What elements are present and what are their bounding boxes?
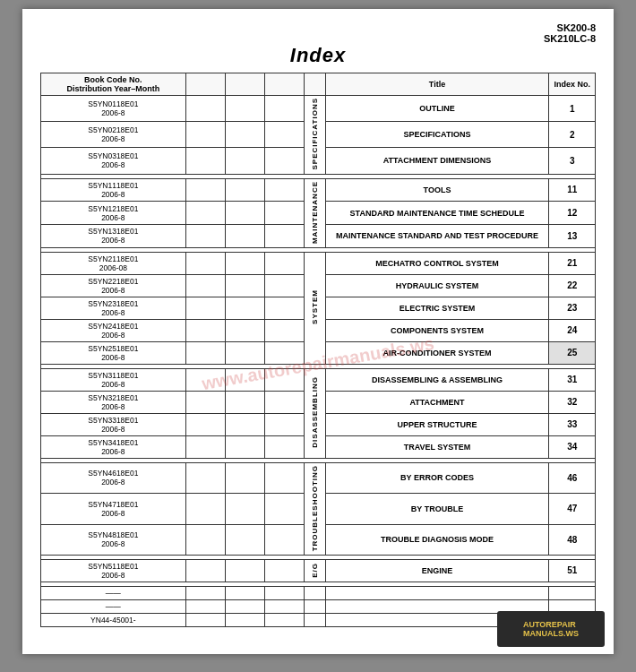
book-code-cell: S5YN2418E01 2006-8 bbox=[41, 319, 186, 341]
col-header-bookcode: Book Code No.Distribution Year–Month bbox=[41, 73, 186, 96]
title-cell: AIR-CONDITIONER SYSTEM bbox=[325, 341, 549, 364]
empty-col bbox=[225, 435, 264, 458]
book-code-cell: S5YN4718E01 2006-8 bbox=[41, 494, 186, 524]
empty-col bbox=[185, 524, 225, 555]
book-code-cell: S5YN3318E01 2006-8 bbox=[41, 413, 186, 435]
empty-col bbox=[225, 524, 264, 555]
section-label-cell: SPECIFICATIONS bbox=[305, 96, 326, 175]
title-cell: ELECTRIC SYSTEM bbox=[325, 297, 549, 319]
section-label-cell: SYSTEM bbox=[305, 252, 326, 364]
empty-col bbox=[185, 274, 225, 297]
index-cell: 13 bbox=[549, 224, 596, 247]
book-code-cell: S5YN0218E01 2006-8 bbox=[41, 122, 186, 148]
col-header-section bbox=[305, 73, 326, 96]
empty-col bbox=[185, 559, 225, 582]
book-code-cell: S5YN2518E01 2006-8 bbox=[41, 341, 186, 364]
index-cell: 24 bbox=[549, 319, 596, 341]
title-cell: ATTACHMENT DIMENSIONS bbox=[325, 148, 549, 174]
footer-book-code: —— bbox=[41, 586, 186, 599]
section-label-cell: E/G bbox=[305, 559, 326, 582]
book-code-cell: S5YN4618E01 2006-8 bbox=[41, 462, 186, 493]
book-code-cell: S5YN0118E01 2006-8 bbox=[41, 96, 186, 122]
empty-col bbox=[225, 319, 264, 341]
footer-book-code: —— bbox=[41, 599, 186, 613]
index-cell: 22 bbox=[549, 274, 596, 297]
empty-col bbox=[185, 178, 225, 202]
index-cell: 25 bbox=[549, 341, 596, 364]
table-row: S5YN5118E01 2006-8E/GENGINE51 bbox=[41, 559, 596, 582]
book-code-cell: S5YN1318E01 2006-8 bbox=[41, 224, 186, 247]
book-code-cell: S5YN2118E01 2006-08 bbox=[41, 252, 186, 274]
empty-col bbox=[225, 599, 264, 613]
index-cell: 47 bbox=[549, 494, 596, 524]
empty-col bbox=[225, 224, 264, 247]
empty-col bbox=[264, 391, 304, 413]
index-cell: 32 bbox=[549, 391, 596, 413]
empty-col bbox=[185, 462, 225, 493]
empty-col bbox=[225, 274, 264, 297]
title-cell: SPECIFICATIONS bbox=[325, 122, 549, 148]
index-cell: 46 bbox=[549, 462, 596, 493]
book-code-cell: S5YN2318E01 2006-8 bbox=[41, 297, 186, 319]
empty-section bbox=[305, 599, 326, 613]
book-code-cell: S5YN5118E01 2006-8 bbox=[41, 559, 186, 582]
empty-col bbox=[225, 559, 264, 582]
empty-col bbox=[185, 586, 225, 599]
index-cell: 12 bbox=[549, 202, 596, 225]
empty-col bbox=[264, 462, 304, 493]
title-cell: COMPONENTS SYSTEM bbox=[325, 319, 549, 341]
table-row: S5YN1118E01 2006-8MAINTENANCETOOLS11 bbox=[41, 178, 596, 202]
empty-col bbox=[225, 252, 264, 274]
title-cell: TRAVEL SYSTEM bbox=[325, 435, 549, 458]
empty-section bbox=[305, 613, 326, 626]
table-row: S5YN2118E01 2006-08SYSTEMMECHATRO CONTRO… bbox=[41, 252, 596, 274]
index-cell: 3 bbox=[549, 148, 596, 174]
footer-book-code: YN44-45001- bbox=[41, 613, 186, 626]
book-code-cell: S5YN0318E01 2006-8 bbox=[41, 148, 186, 174]
col-header-title: Title bbox=[325, 73, 549, 96]
empty-col bbox=[264, 202, 304, 225]
empty-col bbox=[264, 224, 304, 247]
empty-col bbox=[185, 368, 225, 391]
title-cell: OUTLINE bbox=[325, 96, 549, 122]
book-code-cell: S5YN3118E01 2006-8 bbox=[41, 368, 186, 391]
empty-col bbox=[185, 319, 225, 341]
empty-col bbox=[185, 391, 225, 413]
empty-col bbox=[264, 599, 304, 613]
empty-col bbox=[264, 252, 304, 274]
empty-col bbox=[264, 341, 304, 364]
empty-col bbox=[225, 96, 264, 122]
empty-col bbox=[264, 368, 304, 391]
table-header-row: Book Code No.Distribution Year–Month Tit… bbox=[41, 73, 596, 96]
empty-col bbox=[225, 178, 264, 202]
section-label-cell: TROUBLESHOOTING bbox=[305, 462, 326, 555]
title-cell: BY ERROR CODES bbox=[325, 462, 549, 493]
table-row: S5YN0118E01 2006-8SPECIFICATIONSOUTLINE1 bbox=[41, 96, 596, 122]
index-cell: 23 bbox=[549, 297, 596, 319]
empty-col bbox=[185, 494, 225, 524]
empty-col bbox=[225, 297, 264, 319]
empty-col bbox=[185, 252, 225, 274]
empty-col bbox=[225, 586, 264, 599]
empty-section bbox=[305, 586, 326, 599]
empty-col bbox=[264, 559, 304, 582]
title-cell: TOOLS bbox=[325, 178, 549, 202]
col-header-index: Index No. bbox=[549, 73, 596, 96]
index-table: Book Code No.Distribution Year–Month Tit… bbox=[40, 73, 596, 627]
footer-row: —— bbox=[41, 586, 596, 599]
book-code-cell: S5YN4818E01 2006-8 bbox=[41, 524, 186, 555]
empty-col bbox=[225, 494, 264, 524]
empty-col bbox=[264, 319, 304, 341]
title-cell: ATTACHMENT bbox=[325, 391, 549, 413]
index-cell: 31 bbox=[549, 368, 596, 391]
index-cell: 51 bbox=[549, 559, 596, 582]
empty-col bbox=[264, 297, 304, 319]
empty-col bbox=[264, 586, 304, 599]
footer-title bbox=[325, 586, 549, 599]
title-cell: UPPER STRUCTURE bbox=[325, 413, 549, 435]
title-cell: TROUBLE DIAGNOSIS MODE bbox=[325, 524, 549, 555]
empty-col bbox=[225, 122, 264, 148]
title-cell: BY TROUBLE bbox=[325, 494, 549, 524]
col-header-3 bbox=[225, 73, 264, 96]
empty-col bbox=[185, 341, 225, 364]
